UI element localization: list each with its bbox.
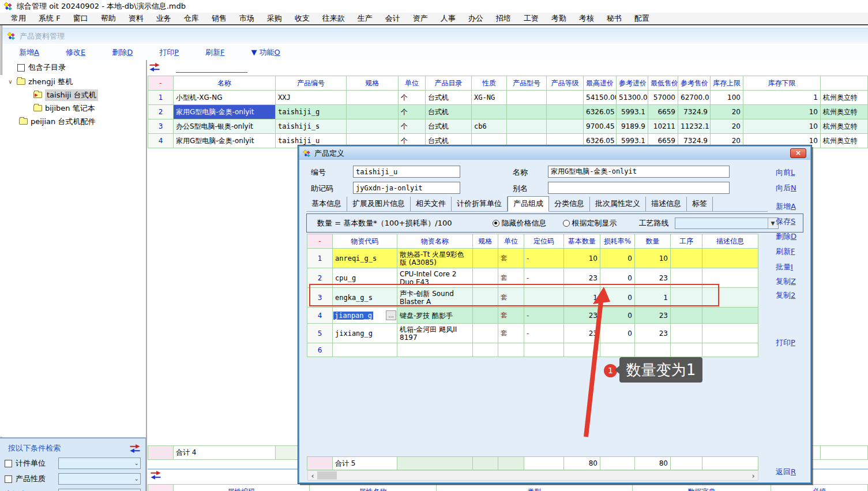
name-field[interactable] [548,166,730,178]
edit-button[interactable]: 修改E [66,47,85,58]
tab-product-composition[interactable]: 产品组成 [508,196,549,212]
prev-button[interactable]: 向前L [776,167,795,178]
menu-item[interactable]: 收支 [288,12,316,25]
dialog-copy2-button[interactable]: 复制2 [776,290,795,301]
down-arrow-icon: ▼ [251,48,257,57]
component-row-editing[interactable]: 4 jianpan_g … 键盘-罗技 酷影手 套 - 23 0 23 [307,308,758,324]
menu-item[interactable]: 常用 [5,12,32,25]
component-row[interactable]: 2 cpu_g CPU-Intel Core 2 Duo E43 套 - 23 … [307,268,758,288]
close-icon[interactable]: × [790,148,806,158]
tree-item-bijiben[interactable]: bijiben 笔记本 [0,102,146,115]
filter-nature-checkbox[interactable] [5,475,12,483]
product-row[interactable]: 1 小型机-XG-NG XXJ 个 台式机 XG-NG 54150.00 513… [148,91,868,105]
tab-description[interactable]: 描述信息 [646,197,687,211]
dialog-batch-button[interactable]: 批量I [776,262,793,272]
dialog-tabs: 基本信息 扩展及图片信息 相关文件 计价折算单位 产品组成 分类信息 批次属性定… [306,198,768,212]
tab-price-units[interactable]: 计价折算单位 [452,197,508,211]
radio-on-icon [493,220,499,227]
refresh-button[interactable]: 刷新F [205,47,224,58]
menu-item[interactable]: 生产 [351,12,379,25]
menu-item[interactable]: 工资 [517,12,545,25]
tree-item-taishiji[interactable]: taishiji 台式机 [0,88,146,102]
alias-field[interactable] [548,182,730,194]
tab-batch-attributes[interactable]: 批次属性定义 [590,197,646,211]
menu-item[interactable]: 业务 [150,12,178,25]
route-select[interactable]: ▼ [675,218,779,229]
filter-nature-select[interactable]: ⌄ [58,473,141,485]
menu-item[interactable]: 往来款 [316,12,351,25]
open-folder-icon [33,92,42,98]
menu-item[interactable]: 秘书 [600,12,628,25]
col-header: 描述信息 [702,234,758,249]
dialog-print-button[interactable]: 打印P [776,338,795,348]
custom-display-radio[interactable]: 根据定制显示 [563,218,617,228]
add-button[interactable]: 新增A [19,47,39,58]
menu-item[interactable]: 考勤 [545,12,573,25]
tab-related-files[interactable]: 相关文件 [411,197,452,211]
include-subdir-checkbox[interactable] [17,64,25,72]
menu-item[interactable]: 市场 [233,12,261,25]
dialog-save-button[interactable]: 保存S [776,216,795,227]
tree-item-zhengji[interactable]: ∨ zhengji 整机 [0,75,146,88]
menu-item[interactable]: 资产 [407,12,434,25]
tree-item-peijian[interactable]: peijian 台式机配件 [0,115,146,128]
menu-item[interactable]: 资料 [122,12,150,25]
menu-item[interactable]: 帮助 [95,12,122,25]
dialog-copy-button[interactable]: 复制Z [776,276,796,287]
tab-classification[interactable]: 分类信息 [549,197,590,211]
menu-item[interactable]: 招培 [490,12,517,25]
component-row[interactable]: 5 jixiang_g 机箱-金河田 飓风II 8197 套 - 23 0 23 [307,324,758,343]
code-field[interactable] [353,166,460,178]
dialog-add-button[interactable]: 新增A [776,201,796,212]
functions-button[interactable]: ▼ 功能O [251,47,280,58]
alias-label: 别名 [513,183,528,194]
menu-item[interactable]: 办公 [462,12,490,25]
lookup-ellipsis-button[interactable]: … [386,310,396,320]
include-subdir-row: 包含子目录 [17,62,66,73]
swap-columns-icon[interactable] [150,471,161,479]
totals-label: 合计 5 [333,457,397,470]
selected-cell[interactable]: 家用G型电脑-金奥-onlyit [174,105,276,119]
menu-item[interactable]: 会计 [379,12,407,25]
dialog-refresh-button[interactable]: 刷新F [776,246,795,257]
menu-item[interactable]: 人事 [434,12,462,25]
dialog-return-button[interactable]: 返回R [776,467,796,477]
dialog-delete-button[interactable]: 删除D [776,231,796,242]
next-button[interactable]: 向后N [776,183,796,193]
hide-price-radio[interactable]: 隐藏价格信息 [493,218,547,228]
menu-item[interactable]: 考核 [573,12,600,25]
scroll-right-icon[interactable]: › [749,471,758,480]
delete-button[interactable]: 删除D [112,47,133,58]
swap-columns-icon[interactable] [149,63,160,72]
col-header: 最高进价 [584,76,617,91]
swap-columns-icon[interactable] [129,444,141,453]
expander-icon[interactable]: ∨ [7,78,14,85]
filter-parent-select[interactable]: ⌄ [58,489,141,491]
dialog-title-bar[interactable]: 产品定义 × [299,147,810,160]
menu-item[interactable]: 采购 [261,12,288,25]
product-row[interactable]: 3 办公S型电脑-银奥-onlyit taishiji_s 个 台式机 cb6 … [148,119,868,134]
menu-item[interactable]: 系统 F [32,12,67,25]
filter-unit-select[interactable]: ⌄ [58,458,141,469]
quick-search-input[interactable] [176,62,247,73]
composition-hscrollbar[interactable]: ‹ › [307,470,758,481]
component-row[interactable]: 1 anreqi_g_s 散热器-Tt 火星9彩色版 (A3085) 套 - 1… [307,249,758,268]
component-row-highlighted[interactable]: 3 engka_g_s 声卡-创新 Sound Blaster A 套 1 0 … [307,288,758,308]
tab-extended-images[interactable]: 扩展及图片信息 [347,197,411,211]
component-row-empty[interactable]: 6 [307,343,758,357]
scrollbar-thumb[interactable] [317,471,337,479]
scroll-left-icon[interactable]: ‹ [308,471,317,480]
print-button[interactable]: 打印P [159,47,179,58]
tab-basic-info[interactable]: 基本信息 [306,197,347,211]
menu-item[interactable]: 销售 [205,12,233,25]
product-row-selected[interactable]: 2 家用G型电脑-金奥-onlyit taishiji_g 个 台式机 6326… [148,105,868,119]
mnemonic-field[interactable] [353,182,460,194]
menu-item[interactable]: 窗口 [67,12,95,25]
menu-item[interactable]: 配置 [628,12,656,25]
menu-item[interactable]: 仓库 [178,12,205,25]
tab-labels[interactable]: 标签 [687,197,713,211]
editing-cell-value[interactable]: jianpan_g [333,312,373,320]
tree-splitter[interactable] [146,60,147,491]
filter-unit-checkbox[interactable] [5,460,12,467]
panel-icon [7,32,16,40]
